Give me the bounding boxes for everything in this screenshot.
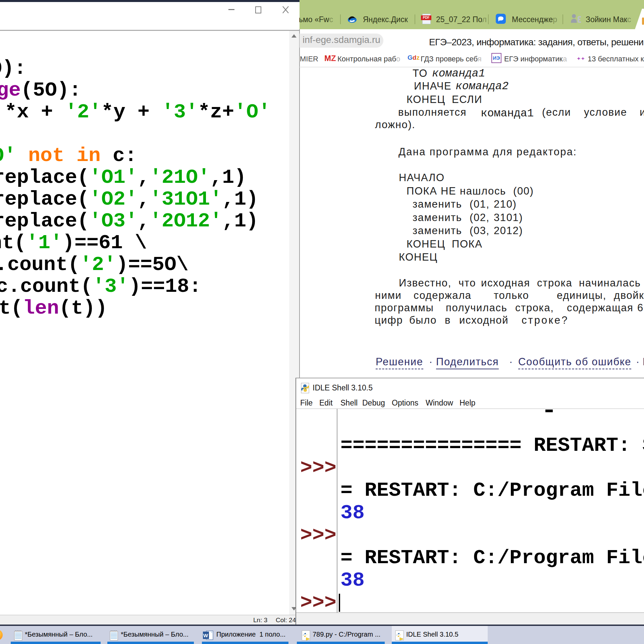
- svg-text:W: W: [203, 633, 208, 638]
